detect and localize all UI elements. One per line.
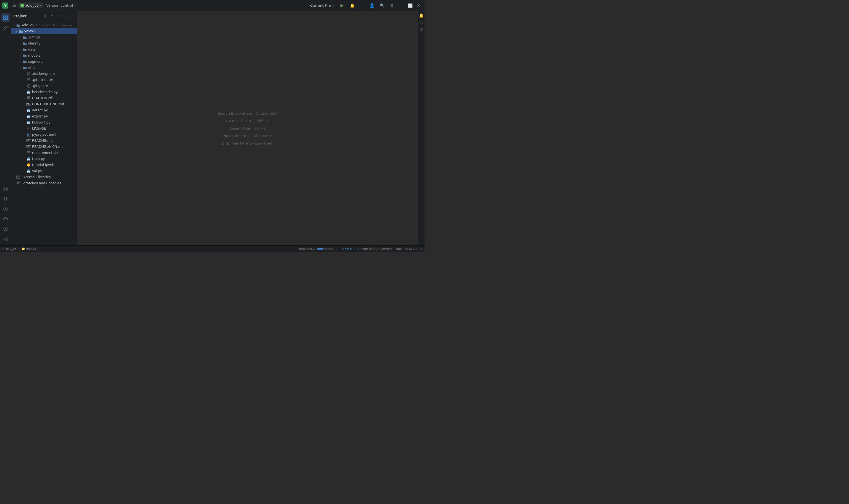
more-options-button[interactable]: ⋮ <box>358 2 366 10</box>
tree-item-root[interactable]: ▾ Yolo_v5 D:\Git-res\DeepLearing\DL_01\Y… <box>11 22 77 28</box>
statusbar-project[interactable]: ⊙ Yolo_v5 <box>2 247 17 251</box>
profile-button[interactable]: 👤 <box>368 2 376 10</box>
hint-search-shortcut: Double Shift <box>256 111 278 115</box>
sidebar-item-docker[interactable] <box>1 214 10 223</box>
tree-item-hubconf[interactable]: › py hubconf.py <box>11 119 77 125</box>
tree-item-gitattributes[interactable]: › .gitattributes <box>11 77 77 83</box>
tree-item-scratches[interactable]: › Scratches and Consoles <box>11 180 77 186</box>
tree-item-pyproject[interactable]: › pyproject.toml <box>11 131 77 138</box>
search-button[interactable]: 🔍 <box>378 2 386 10</box>
close-button[interactable]: ✕ <box>415 2 422 10</box>
hint-recent: Recent Files Ctrl+E <box>229 126 266 130</box>
profile-icon: 👤 <box>369 3 375 8</box>
svg-text:py: py <box>28 115 31 118</box>
toml-file-icon <box>26 132 31 137</box>
statusbar-folder[interactable]: 📁 yolov5 <box>21 247 36 251</box>
hint-drop: Drop files here to open them <box>222 141 273 145</box>
svg-text:py: py <box>28 109 31 112</box>
run-button[interactable]: ▶ <box>338 2 346 10</box>
utils-name: utils <box>28 66 35 70</box>
tree-item-gitignore[interactable]: › .gitignore <box>11 83 77 89</box>
svg-text:!: ! <box>5 228 6 231</box>
tree-item-requirements[interactable]: › requirements.txt <box>11 150 77 156</box>
hint-recent-shortcut: Ctrl+E <box>254 126 266 130</box>
right-ai-icon[interactable] <box>419 20 423 25</box>
hint-goto-file: Go to File Ctrl+Shift+N <box>226 119 269 123</box>
project-icon: Y <box>20 4 24 7</box>
version-control-button[interactable]: Version control ▾ <box>46 3 75 7</box>
indexing-pause-button[interactable]: ⏸ <box>335 247 338 251</box>
minimize-button[interactable]: — <box>398 2 406 10</box>
sidebar-item-git2[interactable] <box>1 234 10 243</box>
close-icon: ✕ <box>417 3 420 8</box>
readme-name: README.md <box>32 139 53 143</box>
val-name: val.py <box>32 169 42 173</box>
tree-item-detect[interactable]: › py detect.py <box>11 107 77 113</box>
py-file-icon5: py <box>26 157 31 161</box>
md-file-icon: M↓ <box>26 102 31 106</box>
tree-item-val[interactable]: › py val.py <box>11 168 77 174</box>
tree-item-benchmarks[interactable]: › py benchmarks.py <box>11 89 77 95</box>
tree-item-utils[interactable]: › utils <box>11 65 77 71</box>
sidebar-expand-button[interactable] <box>49 13 55 19</box>
tree-item-readme-zh[interactable]: › M↓ README.zh-CN.md <box>11 144 77 150</box>
sidebar-item-problems[interactable]: ! <box>1 224 10 233</box>
tree-item-segment[interactable]: › segment <box>11 58 77 65</box>
hint-search-text: Search Everywhere <box>217 111 252 115</box>
sidebar-more-button[interactable]: ⋮ <box>62 13 68 19</box>
ipynb-file-icon: nb <box>26 163 31 167</box>
right-notifications-icon[interactable]: 🔔 <box>419 13 424 18</box>
project-selector[interactable]: Y Yolo_v5 ▾ <box>18 2 43 8</box>
settings-button[interactable]: ⚙ <box>388 2 396 10</box>
sidebar-item-plugins[interactable] <box>1 184 10 194</box>
tree-item-github[interactable]: › .github <box>11 34 77 40</box>
svg-point-10 <box>5 188 6 190</box>
sidebar-minimize-button[interactable]: — <box>69 13 75 19</box>
chevron-right-icon: › <box>19 41 23 45</box>
indexing-status: Indexing... ⏸ <box>299 247 338 251</box>
maximize-button[interactable]: ⬜ <box>406 2 414 10</box>
tree-item-data[interactable]: › data <box>11 47 77 53</box>
sidebar-item-run[interactable] <box>1 204 10 213</box>
sidebar-close-button[interactable]: ✕ <box>56 13 61 19</box>
notifications-button[interactable]: 🔔 <box>348 2 356 10</box>
ext-libs-name: External Libraries <box>21 175 51 179</box>
tree-item-train[interactable]: › py train.py <box>11 156 77 162</box>
tree-item-models[interactable]: › models <box>11 53 77 58</box>
sidebar-item-more[interactable]: ⋯ <box>1 33 10 42</box>
hint-drop-text: Drop files here to open them <box>222 141 273 145</box>
sidebar-item-project[interactable] <box>1 13 10 22</box>
project-panel-header: Project ✕ ⋮ <box>11 11 77 21</box>
statusbar-right: Indexing... ⏸ Show all (3) <no default s… <box>299 247 422 251</box>
tree-item-citation[interactable]: › CITATION.cff <box>11 95 77 101</box>
sidebar-gear-button[interactable] <box>42 13 48 19</box>
tree-item-tutorial[interactable]: › nb tutorial.ipynb <box>11 162 77 168</box>
sidebar-item-vcs[interactable] <box>1 23 10 32</box>
chevron-down-icon: ▾ <box>15 29 19 33</box>
indexing-progress-fill <box>317 248 323 250</box>
tree-item-yolov5[interactable]: ▾ yolov5 <box>11 28 77 34</box>
tree-item-license[interactable]: › LICENSE <box>11 125 77 131</box>
tree-item-contributing[interactable]: › M↓ CONTRIBUTING.md <box>11 101 77 107</box>
editor-area: Search Everywhere Double Shift Go to Fil… <box>77 11 418 245</box>
py-file-icon4: py <box>26 120 31 125</box>
tree-item-dockerignore[interactable]: › .dockerignore <box>11 71 77 77</box>
run-icon: ▶ <box>341 3 344 8</box>
hamburger-menu[interactable]: ☰ <box>11 2 18 10</box>
svg-point-7 <box>6 26 7 28</box>
no-default-server: <no default server> <box>361 247 393 251</box>
tree-item-classify[interactable]: › classify <box>11 40 77 47</box>
more-icon: ⋮ <box>360 2 364 8</box>
current-file-selector[interactable]: Current File ▾ <box>310 3 334 7</box>
sidebar-item-layers[interactable] <box>1 195 10 203</box>
tree-item-export[interactable]: › py export.py <box>11 113 77 119</box>
statusbar-project-icon: ⊙ <box>2 247 4 250</box>
right-db-icon[interactable] <box>419 28 423 33</box>
tree-item-readme[interactable]: › M↓ README.md <box>11 138 77 144</box>
benchmarks-name: benchmarks.py <box>32 90 58 94</box>
show-all-button[interactable]: Show all (3) <box>341 247 359 251</box>
tree-item-ext-libs[interactable]: › External Libraries <box>11 174 77 180</box>
txt-file-icon3 <box>26 150 31 155</box>
tutorial-name: tutorial.ipynb <box>32 163 54 167</box>
svg-text:nb: nb <box>28 164 30 167</box>
